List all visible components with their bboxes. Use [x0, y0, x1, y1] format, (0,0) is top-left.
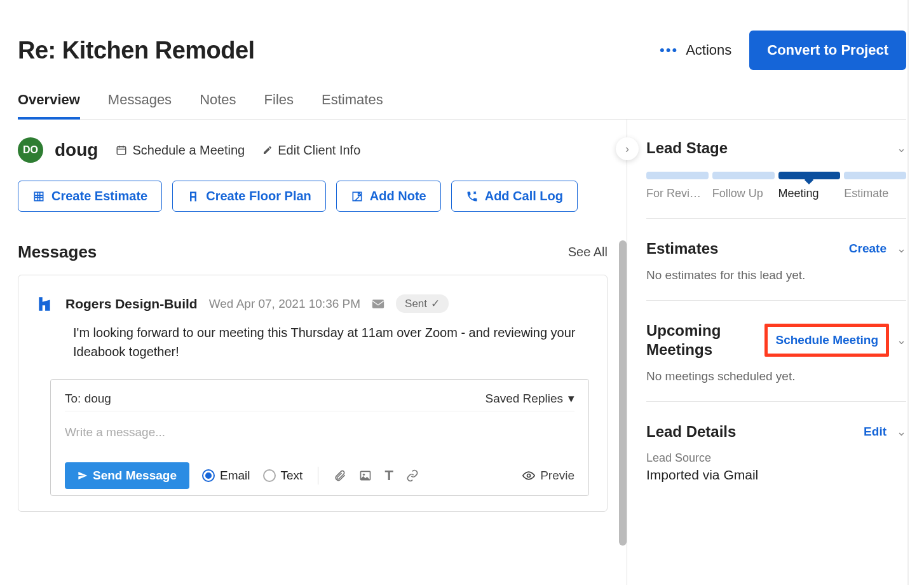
attachment-icon[interactable]: [334, 469, 346, 482]
link-icon[interactable]: [406, 469, 419, 482]
chevron-down-icon[interactable]: ⌄: [897, 425, 906, 439]
saved-replies-label: Saved Replies: [485, 392, 563, 406]
channel-text-radio[interactable]: Text: [263, 469, 303, 483]
message-body: I'm looking forward to our meeting this …: [73, 323, 589, 361]
create-floor-plan-button[interactable]: Create Floor Plan: [172, 181, 326, 212]
message-timestamp: Wed Apr 07, 2021 10:36 PM: [209, 297, 360, 311]
meetings-title: Upcoming Meetings: [646, 321, 735, 359]
compose-to: To: doug: [65, 392, 111, 406]
svg-rect-10: [372, 299, 384, 308]
lead-details-title: Lead Details: [646, 422, 736, 441]
stage-label-3: Estimate: [844, 187, 906, 200]
message-card: Rogers Design-Build Wed Apr 07, 2021 10:…: [18, 275, 608, 512]
chevron-down-icon[interactable]: ⌄: [897, 333, 906, 347]
sent-badge: Sent ✓: [396, 294, 449, 313]
scrollbar[interactable]: [619, 240, 627, 546]
add-note-button[interactable]: Add Note: [336, 181, 441, 212]
sidebar-collapse-handle[interactable]: ›: [616, 137, 639, 160]
edit-client-label: Edit Client Info: [278, 143, 360, 158]
pencil-icon: [262, 145, 273, 155]
stage-bar-2[interactable]: [778, 172, 841, 179]
create-estimate-link[interactable]: Create: [849, 242, 887, 256]
messages-section-title: Messages: [18, 242, 97, 262]
edit-client-link[interactable]: Edit Client Info: [262, 143, 360, 158]
stage-bar-1[interactable]: [712, 172, 775, 179]
radio-filled-icon: [202, 469, 215, 482]
actions-menu[interactable]: ••• Actions: [660, 42, 731, 59]
to-name: doug: [85, 392, 111, 405]
schedule-meeting-link[interactable]: Schedule a Meeting: [116, 143, 245, 158]
stage-label-2: Meeting: [778, 187, 841, 200]
svg-rect-4: [34, 192, 43, 200]
preview-toggle[interactable]: Previe: [522, 469, 574, 483]
preview-label: Previe: [540, 469, 574, 483]
schedule-meeting-label: Schedule a Meeting: [132, 143, 245, 158]
right-border: [907, 0, 909, 585]
send-message-button[interactable]: Send Message: [65, 462, 189, 489]
calendar-icon: [116, 144, 127, 156]
image-icon[interactable]: [359, 469, 372, 482]
see-all-link[interactable]: See All: [568, 245, 608, 259]
create-estimate-label: Create Estimate: [51, 189, 147, 203]
eye-icon: [522, 471, 535, 480]
meetings-empty: No meetings scheduled yet.: [646, 369, 906, 383]
text-format-icon[interactable]: T: [384, 467, 393, 484]
page-title: Re: Kitchen Remodel: [18, 37, 255, 64]
stage-label-0: For Revi…: [646, 187, 709, 200]
note-icon: [351, 190, 363, 203]
lead-stage-progress: [646, 172, 906, 179]
tab-overview[interactable]: Overview: [18, 85, 80, 120]
stage-label-1: Follow Up: [712, 187, 775, 200]
add-call-log-label: Add Call Log: [485, 189, 563, 203]
tab-messages[interactable]: Messages: [108, 85, 172, 119]
envelope-icon: [372, 299, 384, 309]
svg-point-12: [363, 474, 365, 476]
tabs: Overview Messages Notes Files Estimates: [18, 85, 906, 120]
radio-empty-icon: [263, 469, 276, 482]
create-floor-plan-label: Create Floor Plan: [206, 189, 311, 203]
grid-icon: [32, 190, 45, 203]
caret-down-icon: ▾: [568, 391, 574, 406]
lead-source-value: Imported via Gmail: [646, 467, 906, 483]
stage-bar-0[interactable]: [646, 172, 709, 179]
email-label: Email: [220, 469, 250, 483]
svg-rect-0: [118, 147, 126, 155]
add-note-label: Add Note: [370, 189, 426, 203]
compose-box: To: doug Saved Replies ▾: [50, 379, 589, 496]
tab-files[interactable]: Files: [264, 85, 294, 119]
chevron-down-icon[interactable]: ⌄: [897, 141, 906, 155]
message-input[interactable]: [65, 411, 574, 461]
phone-icon: [466, 190, 479, 203]
send-icon: [78, 471, 88, 481]
client-name: doug: [55, 140, 98, 160]
chevron-down-icon[interactable]: ⌄: [897, 242, 906, 256]
estimates-empty: No estimates for this lead yet.: [646, 268, 906, 282]
sent-badge-label: Sent: [405, 298, 427, 310]
schedule-meeting-link-side[interactable]: Schedule Meeting: [775, 333, 878, 347]
houzz-icon: [36, 295, 54, 313]
dots-icon: •••: [660, 42, 678, 59]
to-prefix: To:: [65, 392, 81, 405]
convert-to-project-button[interactable]: Convert to Project: [749, 31, 906, 70]
send-label: Send Message: [93, 469, 177, 483]
stage-bar-3[interactable]: [844, 172, 906, 179]
channel-email-radio[interactable]: Email: [202, 469, 250, 483]
client-avatar: DO: [18, 137, 43, 163]
check-icon: ✓: [431, 297, 440, 310]
create-estimate-button[interactable]: Create Estimate: [18, 181, 162, 212]
lead-source-label: Lead Source: [646, 451, 906, 465]
message-sender: Rogers Design-Build: [65, 296, 198, 312]
tab-estimates[interactable]: Estimates: [322, 85, 383, 119]
edit-lead-details-link[interactable]: Edit: [864, 425, 887, 439]
add-call-log-button[interactable]: Add Call Log: [451, 181, 578, 212]
estimates-title: Estimates: [646, 239, 718, 258]
text-label: Text: [281, 469, 303, 483]
actions-label: Actions: [686, 42, 731, 59]
lead-stage-title: Lead Stage: [646, 139, 728, 158]
saved-replies-dropdown[interactable]: Saved Replies ▾: [485, 391, 574, 406]
toolbar-separator: [318, 467, 318, 485]
svg-point-13: [527, 474, 531, 478]
schedule-meeting-highlight: Schedule Meeting: [764, 324, 889, 357]
floorplan-icon: [187, 190, 200, 203]
tab-notes[interactable]: Notes: [200, 85, 236, 119]
